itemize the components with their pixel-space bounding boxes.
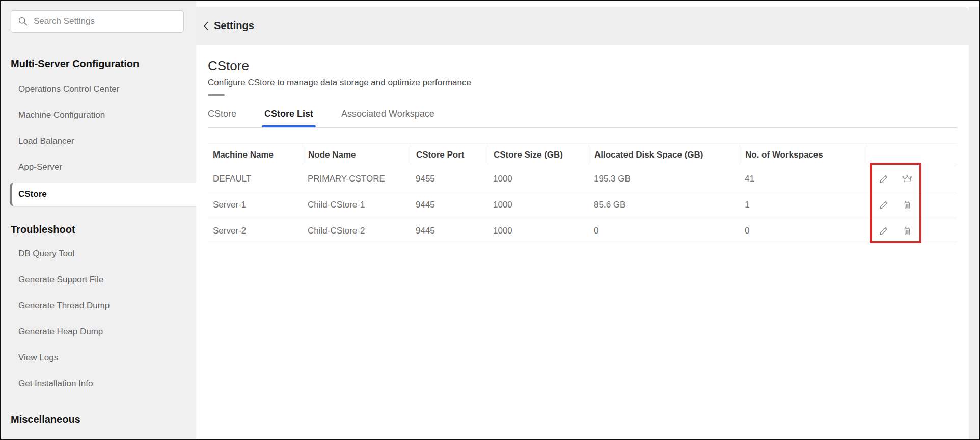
- sidebar-item-operations-control-center[interactable]: Operations Control Center: [1, 76, 196, 102]
- table-row: Server-2 Child-CStore-2 9445 1000 0 0: [208, 218, 957, 244]
- edit-icon: [879, 200, 889, 210]
- cstore-tabs: CStore CStore List Associated Workspace: [208, 108, 957, 128]
- sidebar-item-generate-heap-dump[interactable]: Generate Heap Dump: [1, 319, 196, 345]
- cell-allocated-disk-space: 85.6 GB: [589, 200, 740, 210]
- cell-no-of-workspaces: 41: [740, 174, 867, 184]
- sidebar-item-label: Machine Configuration: [18, 110, 105, 120]
- row-actions: [867, 173, 957, 185]
- search-icon: [18, 16, 28, 27]
- column-header-allocated-disk-space: Allocated Disk Space (GB): [589, 144, 740, 166]
- sidebar-section-multi-server: Multi-Server Configuration: [11, 57, 196, 71]
- sidebar-item-generate-thread-dump[interactable]: Generate Thread Dump: [1, 293, 196, 319]
- cell-cstore-size: 1000: [488, 174, 589, 184]
- cstore-list-table: Machine Name Node Name CStore Port CStor…: [208, 143, 957, 244]
- subtitle-accent-bar: [208, 94, 225, 96]
- sidebar-item-label: DB Query Tool: [18, 249, 74, 259]
- search-settings-box[interactable]: [11, 10, 184, 33]
- cell-machine-name: DEFAULT: [208, 174, 303, 184]
- row-actions: [867, 199, 957, 211]
- crown-icon: [902, 174, 913, 184]
- settings-sidebar: Multi-Server Configuration Operations Co…: [1, 1, 196, 439]
- column-header-actions: [867, 144, 957, 166]
- cell-allocated-disk-space: 195.3 GB: [589, 174, 740, 184]
- sidebar-item-label: Generate Support File: [18, 275, 103, 285]
- cell-cstore-size: 1000: [488, 226, 589, 236]
- cstore-settings-panel: CStore Configure CStore to manage data s…: [196, 45, 969, 436]
- cell-cstore-port: 9445: [411, 200, 488, 210]
- row-actions: [867, 225, 957, 237]
- delete-button[interactable]: [902, 199, 913, 211]
- page-subtitle: Configure CStore to manage data storage …: [208, 77, 969, 88]
- sidebar-item-label: Generate Heap Dump: [18, 327, 103, 337]
- trash-icon: [902, 226, 912, 236]
- cell-cstore-port: 9455: [411, 174, 488, 184]
- sidebar-item-get-installation-info[interactable]: Get Installation Info: [1, 371, 196, 397]
- chevron-left-icon: [203, 20, 209, 32]
- sidebar-item-db-query-tool[interactable]: DB Query Tool: [1, 241, 196, 267]
- tab-associated-workspace[interactable]: Associated Workspace: [341, 108, 434, 127]
- cell-cstore-size: 1000: [488, 200, 589, 210]
- column-header-machine-name: Machine Name: [208, 150, 303, 160]
- app-window: Multi-Server Configuration Operations Co…: [0, 0, 980, 440]
- cell-node-name: Child-CStore-1: [303, 200, 411, 210]
- cell-node-name: Child-CStore-2: [303, 226, 411, 236]
- primary-cstore-button[interactable]: [902, 173, 913, 185]
- edit-button[interactable]: [878, 225, 889, 237]
- sidebar-item-view-logs[interactable]: View Logs: [1, 345, 196, 371]
- cell-machine-name: Server-1: [208, 200, 303, 210]
- table-row: Server-1 Child-CStore-1 9445 1000 85.6 G…: [208, 192, 957, 218]
- edit-icon: [879, 174, 889, 184]
- table-row: DEFAULT PRIMARY-CSTORE 9455 1000 195.3 G…: [208, 166, 957, 192]
- sidebar-item-label: Generate Thread Dump: [18, 301, 110, 311]
- cell-machine-name: Server-2: [208, 226, 303, 236]
- sidebar-item-label: View Logs: [18, 353, 58, 363]
- column-header-cstore-port: CStore Port: [411, 144, 488, 166]
- sidebar-item-generate-support-file[interactable]: Generate Support File: [1, 267, 196, 293]
- cell-allocated-disk-space: 0: [589, 226, 740, 236]
- sidebar-item-label: App-Server: [18, 162, 62, 172]
- edit-icon: [879, 226, 889, 236]
- search-input[interactable]: [34, 16, 171, 27]
- settings-header-bar: Settings: [196, 7, 969, 45]
- tab-cstore-list[interactable]: CStore List: [264, 108, 313, 127]
- cell-cstore-port: 9445: [411, 226, 488, 236]
- sidebar-section-troubleshoot: Troubleshoot: [11, 222, 196, 237]
- sidebar-item-label: Operations Control Center: [18, 84, 119, 94]
- sidebar-item-label: CStore: [18, 189, 47, 199]
- table-header-row: Machine Name Node Name CStore Port CStor…: [208, 143, 957, 166]
- sidebar-item-cstore[interactable]: CStore: [10, 183, 196, 206]
- back-to-settings-button[interactable]: Settings: [203, 20, 254, 32]
- cell-no-of-workspaces: 0: [740, 226, 867, 236]
- column-header-node-name: Node Name: [303, 144, 411, 166]
- cell-no-of-workspaces: 1: [740, 200, 867, 210]
- tab-cstore[interactable]: CStore: [208, 108, 236, 127]
- column-header-cstore-size: CStore Size (GB): [488, 144, 589, 166]
- page-title: CStore: [208, 58, 969, 73]
- back-label: Settings: [214, 20, 254, 32]
- sidebar-section-miscellaneous: Miscellaneous: [11, 412, 196, 426]
- sidebar-item-label: Load Balancer: [18, 136, 74, 146]
- sidebar-item-label: Get Installation Info: [18, 379, 93, 389]
- cell-node-name: PRIMARY-CSTORE: [303, 174, 411, 184]
- delete-button[interactable]: [902, 225, 913, 237]
- sidebar-item-app-server[interactable]: App-Server: [1, 154, 196, 180]
- edit-button[interactable]: [878, 199, 889, 211]
- sidebar-item-machine-configuration[interactable]: Machine Configuration: [1, 102, 196, 128]
- column-header-no-of-workspaces: No. of Workspaces: [740, 144, 867, 166]
- sidebar-item-load-balancer[interactable]: Load Balancer: [1, 128, 196, 154]
- page-background-strip: [969, 7, 979, 439]
- edit-button[interactable]: [878, 173, 889, 185]
- trash-icon: [902, 200, 912, 210]
